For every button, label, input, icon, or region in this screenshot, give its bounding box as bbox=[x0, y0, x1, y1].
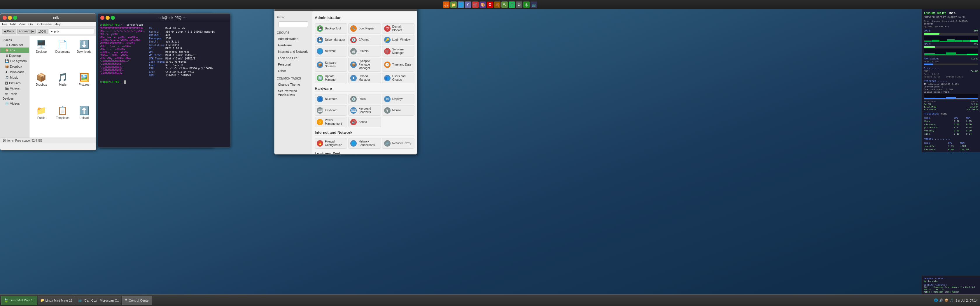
cc-backup-tool[interactable]: 💾Backup Tool bbox=[315, 23, 347, 34]
taskbar-terminal[interactable]: 📺 [Carl Cox - Moroccan C.. bbox=[76, 296, 121, 305]
minecraft-icon[interactable]: ⛏ bbox=[501, 2, 508, 8]
cc-gparted[interactable]: 💽GParted bbox=[348, 35, 381, 45]
sidebar-videos-device[interactable]: 💿 Videos bbox=[0, 101, 29, 106]
taskbar-mint-menu[interactable]: 🍃 Linux Mint Mate 18 bbox=[1, 296, 37, 305]
nemo-icon[interactable]: 📁 bbox=[450, 2, 457, 8]
menu-go[interactable]: Go bbox=[28, 22, 33, 26]
close-button[interactable] bbox=[3, 16, 7, 20]
file-public[interactable]: 📁Public bbox=[32, 105, 51, 135]
sidebar-preferred-apps[interactable]: Set Preferred Applications bbox=[274, 88, 312, 98]
maximize-button[interactable] bbox=[13, 16, 17, 20]
taskbar-control-center[interactable]: ⚙ Control Center bbox=[122, 296, 152, 305]
sidebar-filesystem[interactable]: 💾 File System bbox=[0, 58, 29, 64]
gimp-icon[interactable]: 🎨 bbox=[479, 2, 486, 8]
file-pictures[interactable]: 🖼️Pictures bbox=[75, 71, 94, 102]
minimize-button[interactable] bbox=[8, 16, 12, 20]
file-desktop[interactable]: 🖥️Desktop bbox=[32, 38, 51, 69]
cpu2-bar-container bbox=[924, 46, 978, 48]
filter-input[interactable] bbox=[278, 21, 308, 27]
cc-domain-blocker[interactable]: 🛡Domain Blocker bbox=[382, 23, 414, 34]
back-button[interactable]: ◀ Back bbox=[2, 29, 16, 34]
file-upload[interactable]: ⬆️Upload bbox=[75, 105, 94, 135]
sidebar-other[interactable]: Other bbox=[274, 68, 312, 74]
software-manager-icon[interactable]: 🛒 bbox=[472, 2, 479, 8]
sidebar-desktop[interactable]: 🖥 Desktop bbox=[0, 53, 29, 58]
menu-help[interactable]: Help bbox=[54, 22, 61, 26]
cc-login-window[interactable]: 🔑Login Window bbox=[382, 35, 414, 45]
synaptic-icon[interactable]: S bbox=[465, 2, 471, 8]
pictures-file-label: Pictures bbox=[79, 83, 89, 86]
cc-software-manager[interactable]: 🛒Software Manager bbox=[382, 46, 414, 57]
sidebar-personal[interactable]: Personal bbox=[274, 61, 312, 68]
cc-disks[interactable]: 💽Disks bbox=[348, 94, 381, 104]
sidebar-pictures[interactable]: 🖼 Pictures bbox=[0, 81, 29, 86]
address-bar[interactable]: ▸ erik bbox=[49, 29, 94, 34]
file-downloads[interactable]: ⬇️Downloads bbox=[75, 38, 94, 69]
cc-upload-manager[interactable]: ⬆Upload Manager bbox=[348, 73, 381, 83]
sidebar-videos[interactable]: 🎬 Videos bbox=[0, 86, 29, 91]
chromium-icon[interactable]: 🌐 bbox=[458, 2, 464, 8]
cinnamon-icon[interactable]: 🍂 bbox=[494, 2, 501, 8]
cc-software-sources[interactable]: 📦Software Sources bbox=[315, 58, 347, 72]
cc-network-proxy[interactable]: 🔗Network Proxy bbox=[382, 138, 414, 149]
sidebar-computer[interactable]: 🖥 Computer bbox=[0, 42, 29, 48]
opera-icon[interactable]: O bbox=[487, 2, 493, 8]
cc-sound[interactable]: 🔊Sound bbox=[348, 117, 381, 127]
dollar-icon[interactable]: $ bbox=[523, 2, 530, 8]
mintupload-icon[interactable]: ⚙ bbox=[516, 2, 522, 8]
menu-edit[interactable]: Edit bbox=[10, 22, 16, 26]
cc-power[interactable]: ⚡Power Management bbox=[315, 117, 347, 127]
cc-boot-repair[interactable]: 🔧Boot Repair bbox=[348, 23, 381, 34]
cc-time-date[interactable]: 🕐Time and Date bbox=[382, 58, 414, 72]
proc-header: Name CPU MEM bbox=[924, 117, 978, 119]
cc-printers[interactable]: 🖨Printers bbox=[348, 46, 381, 57]
menu-bookmarks[interactable]: Bookmarks bbox=[36, 22, 52, 26]
firefox-icon[interactable]: 🦊 bbox=[443, 2, 449, 8]
sidebar-look-and-feel[interactable]: Look and Feel bbox=[274, 55, 312, 61]
terminal-panel-icon[interactable]: 📺 bbox=[531, 2, 537, 8]
documents-file-icon: 📄 bbox=[57, 40, 68, 49]
gparted-label: GParted bbox=[358, 38, 369, 42]
file-music[interactable]: 🎵Music bbox=[53, 71, 72, 102]
sidebar-internet[interactable]: Internet and Network bbox=[274, 48, 312, 55]
proc-pulse: pulseaudio 0.51 0.18 bbox=[924, 126, 978, 129]
menu-file[interactable]: File bbox=[2, 22, 7, 26]
file-dropbox[interactable]: 📦Dropbox bbox=[32, 71, 51, 102]
terminal2-max[interactable] bbox=[111, 16, 115, 20]
file-documents[interactable]: 📄Documents bbox=[53, 38, 72, 69]
file-templates[interactable]: 📋Templates bbox=[53, 105, 72, 135]
address-path: erik bbox=[54, 30, 59, 33]
terminal2-body[interactable]: erik@erik-P5Q:~ → screenfetch MMMMMMMMMM… bbox=[98, 22, 230, 147]
cc-keyboard[interactable]: ⌨Keyboard bbox=[315, 105, 347, 116]
sound-icon: 🔊 bbox=[350, 119, 357, 125]
sidebar-home[interactable]: 🏠 erik bbox=[0, 48, 29, 53]
cc-network-connections[interactable]: 🌐Network Connections bbox=[348, 138, 381, 149]
menu-view[interactable]: View bbox=[19, 22, 25, 26]
sidebar-hardware[interactable]: Hardware bbox=[274, 42, 312, 48]
cc-mouse[interactable]: 🖱Mouse bbox=[382, 105, 414, 116]
sidebar-downloads[interactable]: ⬇ Downloads bbox=[0, 69, 29, 75]
cc-users-groups[interactable]: 👥Users and Groups bbox=[382, 73, 414, 83]
sidebar-music[interactable]: 🎵 Music bbox=[0, 75, 29, 81]
spotify-icon[interactable]: 🎵 bbox=[509, 2, 515, 8]
sf-icon-val: Sardi Vertexed bbox=[165, 60, 215, 63]
taskbar-file-manager[interactable]: 📁 Linux Mint Mate 18 bbox=[38, 296, 75, 305]
cc-firewall[interactable]: 🔥Firewall Configuration bbox=[315, 138, 347, 149]
cc-displays[interactable]: 🖥Displays bbox=[382, 94, 414, 104]
sidebar-change-theme[interactable]: Change Theme bbox=[274, 81, 312, 88]
sidebar-administration[interactable]: Administration bbox=[274, 36, 312, 42]
cc-synaptic[interactable]: 📦Synaptic Package Manager bbox=[348, 58, 381, 72]
terminal2-close[interactable] bbox=[100, 16, 104, 20]
cc-update-manager[interactable]: 🔄Update Manager bbox=[315, 73, 347, 83]
sf-icon-key: Icon Theme: bbox=[149, 60, 165, 63]
g1 bbox=[924, 41, 932, 42]
disk-section: Disk ..... SSD: 74.3G Free: 98.1G Reads:… bbox=[924, 67, 978, 78]
cc-bluetooth[interactable]: 🔵Bluetooth bbox=[315, 94, 347, 104]
sidebar-trash[interactable]: 🗑 Trash bbox=[0, 91, 29, 97]
cc-keyboard-shortcuts[interactable]: ⌨Keyboard Shortcuts bbox=[348, 105, 381, 116]
sidebar-dropbox[interactable]: 📦 Dropbox bbox=[0, 64, 29, 69]
forward-button[interactable]: Forward ▶ bbox=[17, 29, 36, 34]
cc-driver-manager[interactable]: 💾Driver Manager bbox=[315, 35, 347, 45]
cc-network[interactable]: 🌐Network bbox=[315, 46, 347, 57]
terminal2-min[interactable] bbox=[106, 16, 110, 20]
